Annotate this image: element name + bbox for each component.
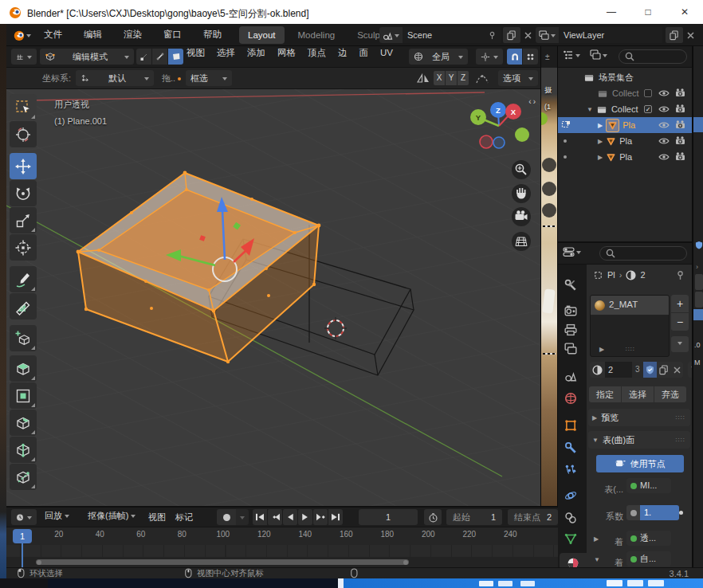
tool-loop-cut-button[interactable] — [10, 437, 37, 463]
unlink-scene-button[interactable] — [520, 27, 536, 43]
hide-eye-icon[interactable] — [658, 104, 670, 114]
slot-specials-button[interactable] — [671, 336, 689, 352]
shader1-dropdown[interactable]: 透... — [626, 531, 671, 546]
edge-select-button[interactable] — [152, 49, 167, 65]
timeline-ruler[interactable]: 20406080100120140160180200220240 — [6, 527, 558, 545]
tab-particles[interactable] — [564, 464, 577, 476]
viewport-menu-item[interactable]: 边 — [338, 49, 348, 58]
add-slot-button[interactable]: + — [671, 295, 689, 312]
viewlayer-type-button[interactable] — [536, 27, 559, 43]
axis-neg-y-ball[interactable] — [515, 127, 529, 142]
shader2-dropdown[interactable]: 自... — [626, 551, 671, 566]
scrollbar-left-knob[interactable] — [37, 560, 41, 565]
render-camera-icon[interactable] — [675, 104, 685, 114]
render-camera-icon[interactable] — [675, 151, 685, 162]
viewport-menu-item[interactable]: 顶点 — [308, 49, 326, 58]
vertex-select-button[interactable] — [136, 49, 151, 65]
properties-editor-type-button[interactable] — [563, 246, 581, 257]
mirror-y-button[interactable]: Y — [446, 71, 457, 85]
jump-to-start-button[interactable] — [253, 509, 267, 525]
region-collapse-arrows[interactable]: ‹› — [528, 97, 537, 106]
zoom-button[interactable] — [512, 160, 531, 179]
frame-end-field[interactable]: 结束点2 — [508, 509, 558, 525]
tab-output[interactable] — [564, 323, 577, 336]
mirror-icon[interactable] — [417, 73, 430, 84]
tool-move-button[interactable] — [10, 153, 37, 179]
axis-neg-x-ball[interactable] — [480, 135, 493, 148]
timeline-scrollbar[interactable] — [36, 559, 409, 565]
expand-arrow-icon[interactable]: ▶ — [598, 138, 603, 145]
playback-menu[interactable]: 回放 — [45, 512, 69, 520]
menu-item[interactable]: 窗口 — [158, 26, 187, 43]
collapsed-arrow-icon[interactable]: ▶ — [594, 535, 599, 543]
minimize-button[interactable]: — — [593, 0, 630, 24]
tab-constraints[interactable] — [564, 512, 577, 524]
hide-eye-icon[interactable] — [658, 136, 670, 146]
crumb-object[interactable]: Pl — [607, 271, 615, 280]
hide-eye-icon[interactable] — [658, 120, 670, 130]
scene-name-field[interactable]: Scene — [403, 27, 501, 43]
viewport-menu-item[interactable]: 视图 — [187, 49, 205, 58]
timeline-track[interactable] — [6, 545, 558, 557]
tab-modifiers[interactable] — [564, 441, 577, 454]
orientation-dropdown[interactable]: 全局 — [409, 49, 468, 65]
expand-arrow-icon[interactable]: ▶ — [598, 122, 603, 129]
outliner-row-object-active[interactable]: ▶ Pla — [558, 117, 692, 133]
viewport-menu-item[interactable]: 添加 — [247, 49, 265, 58]
render-camera-icon[interactable] — [675, 120, 685, 130]
current-frame-badge[interactable]: 1 — [13, 529, 32, 543]
slot-expand-arrow[interactable]: ▶ — [599, 346, 604, 353]
menu-item[interactable]: 帮助 — [198, 26, 227, 43]
unlink-material-button[interactable] — [671, 362, 683, 378]
narrow-camera-viewport[interactable]: ± 摄 (1 — [540, 46, 558, 506]
options-dropdown[interactable]: 选项 — [498, 70, 538, 86]
remove-slot-button[interactable]: − — [671, 313, 689, 331]
snap-toggle-button[interactable] — [507, 49, 522, 65]
remove-viewlayer-button[interactable] — [683, 27, 698, 43]
preview-range-clock-button[interactable] — [424, 509, 442, 525]
new-scene-button[interactable] — [503, 27, 520, 43]
narrow-zoom-button[interactable] — [542, 158, 556, 172]
close-button[interactable]: ✕ — [666, 0, 703, 24]
coord-dropdown[interactable]: 默认 — [76, 70, 154, 86]
hide-eye-icon[interactable] — [658, 152, 670, 162]
tab-modeling[interactable]: Modeling — [289, 26, 344, 44]
viewlayer-name-field[interactable]: ViewLayer — [559, 27, 662, 43]
keying-menu[interactable]: 抠像(插帧) — [88, 512, 135, 520]
next-keyframe-button[interactable] — [313, 509, 328, 525]
tab-view-layer[interactable] — [564, 343, 577, 355]
ortho-grid-button[interactable] — [512, 232, 531, 251]
tool-cursor-button[interactable] — [10, 121, 37, 147]
auto-key-options-button[interactable] — [236, 509, 249, 525]
timeline-view-menu[interactable]: 视图 — [148, 513, 166, 522]
render-camera-icon[interactable] — [675, 88, 685, 98]
new-viewlayer-button[interactable] — [666, 27, 683, 43]
jump-to-end-button[interactable] — [328, 509, 343, 525]
pivot-dropdown[interactable] — [476, 49, 503, 65]
tool-add-cube-button[interactable] — [10, 325, 37, 351]
face-select-button[interactable] — [168, 49, 183, 65]
hide-eye-icon[interactable] — [658, 88, 670, 98]
play-button[interactable] — [298, 509, 312, 525]
surface-panel-header[interactable]: ▼ 表(曲)面 ∷∷ — [588, 431, 690, 449]
playhead-line[interactable] — [22, 539, 23, 567]
outliner-display-mode-button[interactable] — [590, 49, 607, 61]
tool-knife-button[interactable] — [10, 464, 37, 490]
tab-object-data[interactable] — [564, 532, 577, 545]
prev-keyframe-button[interactable] — [268, 509, 282, 525]
viewport-menu-item[interactable]: 选择 — [217, 49, 235, 58]
narrow-pan-button[interactable] — [542, 182, 556, 196]
pan-button[interactable] — [512, 184, 531, 203]
tab-object[interactable] — [564, 419, 577, 432]
outliner-row-scene-collection[interactable]: 场景集合 — [558, 69, 692, 85]
viewport-3d[interactable]: Z X Y — [6, 89, 540, 506]
material-slot-active[interactable]: 2_MAT — [591, 296, 669, 315]
collection-checkbox-unchecked[interactable] — [644, 89, 652, 97]
camera-view-button[interactable] — [512, 207, 531, 226]
select-button[interactable]: 选择 — [622, 386, 654, 402]
fake-user-shield-button[interactable] — [643, 362, 657, 378]
tool-annotate-button[interactable] — [10, 266, 37, 292]
auto-key-record-button[interactable] — [217, 509, 236, 525]
pin-icon[interactable] — [488, 31, 497, 40]
narrow-camera-button[interactable] — [542, 203, 556, 218]
